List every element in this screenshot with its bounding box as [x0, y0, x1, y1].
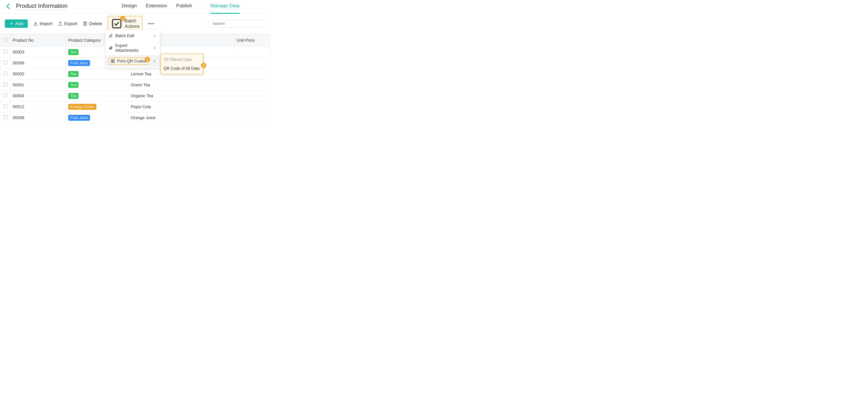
cell-product-category: Energy Drinks	[66, 101, 129, 112]
cell-unit-price	[235, 112, 270, 123]
menu-export-attachments[interactable]: Export Attachments	[105, 41, 160, 55]
cell-product-category: Tea	[66, 68, 129, 80]
row-checkbox-cell[interactable]	[0, 90, 10, 101]
chevron-right-icon	[152, 34, 157, 38]
callout-badge-1: 1	[120, 16, 125, 21]
cell-product-no: 00006	[10, 58, 66, 68]
svg-rect-7	[111, 60, 113, 61]
checkbox-icon[interactable]	[3, 105, 7, 108]
checkbox-icon[interactable]	[3, 71, 7, 76]
delete-label: Delete	[89, 21, 102, 26]
search-input[interactable]	[213, 21, 260, 26]
tab-manage-data[interactable]: Manage Data	[210, 3, 240, 9]
page-title[interactable]: Product Information	[16, 2, 67, 10]
table-row[interactable]: 00004TeaOrganic Tea	[0, 90, 270, 101]
submenu-all-data[interactable]: QR Code of All Data	[161, 64, 203, 73]
print-qr-submenu: Of Filtered Data QR Code of All Data	[160, 54, 204, 74]
row-checkbox-cell[interactable]	[0, 68, 10, 80]
callout-badge-3: 3	[201, 63, 206, 68]
cell-product-name: Green Tea	[129, 80, 235, 90]
batch-actions-label: Batch Actions	[125, 18, 140, 29]
tab-publish[interactable]: Publish	[176, 3, 192, 9]
menu-print-qr[interactable]: Print QR Codes	[105, 55, 160, 67]
svg-rect-11	[114, 62, 115, 63]
row-checkbox-cell[interactable]	[0, 101, 10, 112]
cell-unit-price	[235, 47, 270, 58]
qr-code-icon	[111, 59, 115, 63]
more-actions-button[interactable]: •••	[148, 21, 155, 26]
import-label: Import	[39, 21, 53, 26]
category-badge: Tea	[68, 71, 79, 77]
attachment-icon	[109, 46, 113, 50]
column-unit-price[interactable]: Unit Price	[235, 34, 270, 47]
category-badge: Tea	[68, 49, 79, 55]
row-checkbox-cell[interactable]	[0, 80, 10, 90]
category-badge: Tea	[68, 93, 79, 99]
table-row[interactable]: 00002TeaLemon Tea	[0, 68, 270, 80]
cell-product-no: 00001	[10, 80, 66, 90]
column-product-no[interactable]: Product No.	[10, 34, 66, 47]
cell-unit-price	[235, 68, 270, 80]
checkbox-icon[interactable]	[3, 115, 7, 119]
tab-extension[interactable]: Extension	[146, 3, 167, 9]
search-box[interactable]	[208, 20, 265, 27]
checkbox-icon[interactable]	[3, 50, 7, 54]
export-button[interactable]: Export	[58, 21, 77, 26]
edit-icon	[109, 34, 113, 38]
row-checkbox-cell[interactable]	[0, 47, 10, 58]
header-bar: Product Information Design Extension Pub…	[0, 0, 270, 13]
add-label: Add	[15, 21, 23, 26]
table-row[interactable]: 00012Energy DrinksPepsi Cola	[0, 101, 270, 112]
menu-batch-edit[interactable]: Batch Edit	[105, 31, 160, 41]
checkbox-icon[interactable]	[3, 61, 7, 64]
chevron-right-icon	[152, 46, 157, 50]
chevron-right-icon	[152, 59, 157, 63]
cell-product-name: Pepsi Cola	[129, 101, 235, 112]
cell-product-no: 00003	[10, 47, 66, 58]
category-badge: Energy Drinks	[68, 104, 96, 110]
export-label: Export	[64, 21, 77, 26]
row-checkbox-cell[interactable]	[0, 58, 10, 68]
cell-unit-price	[235, 80, 270, 90]
plus-icon	[9, 22, 13, 26]
cell-product-no: 00004	[10, 90, 66, 101]
cell-product-category: Fruit Juice	[66, 112, 129, 123]
export-icon	[58, 21, 62, 26]
category-badge: Fruit Juice	[68, 60, 90, 66]
column-select-all[interactable]	[0, 34, 10, 47]
category-badge: Tea	[68, 82, 79, 88]
svg-rect-8	[113, 60, 115, 61]
cell-product-no: 00008	[10, 112, 66, 123]
search-icon	[211, 22, 211, 25]
checkbox-icon[interactable]	[3, 93, 7, 97]
cell-product-no: 00002	[10, 68, 66, 80]
trash-icon	[83, 21, 87, 26]
cell-unit-price	[235, 101, 270, 112]
svg-rect-4	[113, 20, 121, 28]
cell-product-name: Organic Tea	[129, 90, 235, 101]
callout-badge-2: 2	[145, 57, 150, 62]
cell-product-category: Tea	[66, 80, 129, 90]
tabs: Design Extension Publish Manage Data	[122, 3, 240, 9]
category-badge: Fruit Juice	[68, 115, 90, 121]
import-button[interactable]: Import	[33, 21, 53, 26]
import-icon	[33, 21, 38, 26]
back-icon[interactable]	[5, 3, 12, 10]
table-row[interactable]: 00001TeaGreen Tea	[0, 80, 270, 90]
cell-product-category: Tea	[66, 90, 129, 101]
batch-actions-menu: Batch Edit Export Attachments Print QR C…	[105, 30, 160, 68]
submenu-filtered-data[interactable]: Of Filtered Data	[161, 55, 203, 64]
table-row[interactable]: 00008Fruit JuiceOrange Juice	[0, 112, 270, 123]
cell-product-no: 00012	[10, 101, 66, 112]
delete-button[interactable]: Delete	[83, 21, 102, 26]
menu-export-attachments-label: Export Attachments	[115, 43, 150, 53]
cell-unit-price	[235, 90, 270, 101]
checkbox-icon[interactable]	[3, 83, 7, 86]
tab-divider	[201, 3, 202, 9]
tab-design[interactable]: Design	[122, 3, 137, 9]
checkbox-icon[interactable]	[3, 38, 7, 42]
row-checkbox-cell[interactable]	[0, 112, 10, 123]
svg-rect-9	[111, 61, 113, 63]
menu-batch-edit-label: Batch Edit	[115, 33, 134, 38]
add-button[interactable]: Add	[5, 20, 28, 28]
